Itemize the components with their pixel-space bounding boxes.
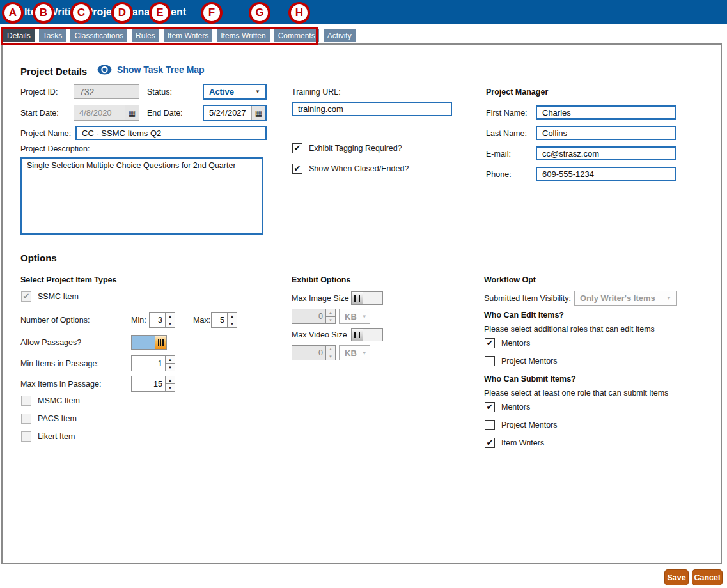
max-image-size-unit-dropdown: KB ▼: [339, 309, 370, 324]
edit-mentors-checkbox[interactable]: Mentors: [485, 338, 530, 348]
item-types-heading: Select Project Item Types: [20, 275, 117, 284]
checkbox-icon: [21, 396, 31, 406]
down-arrow-icon: ▼: [326, 317, 335, 324]
likert-item-checkbox: Likert Item: [21, 431, 75, 442]
stepper-arrows[interactable]: ▲▼: [165, 356, 175, 371]
phone-label: Phone:: [486, 170, 512, 179]
tab-comments[interactable]: Comments: [274, 29, 319, 42]
checkbox-icon: [21, 291, 31, 302]
max-items-stepper[interactable]: 15 ▲▼: [131, 376, 175, 392]
workflow-heading: Workflow Opt: [484, 275, 536, 284]
min-items-stepper[interactable]: 1 ▲▼: [131, 355, 175, 371]
project-name-field[interactable]: CC - SSMC Items Q2: [75, 126, 267, 140]
down-arrow-icon[interactable]: ▼: [166, 384, 175, 391]
allow-passages-label: Allow Passages?: [20, 338, 81, 347]
visibility-label: Submitted Item Visibility:: [484, 294, 571, 303]
max-image-size-toggle[interactable]: [351, 291, 383, 305]
up-arrow-icon[interactable]: ▲: [166, 376, 175, 384]
email-label: E-mail:: [486, 150, 511, 159]
up-arrow-icon[interactable]: ▲: [228, 313, 237, 320]
submit-project-mentors-label: Project Mentors: [501, 421, 558, 429]
title-bar: Item Writing Project Management: [0, 0, 727, 24]
status-dropdown[interactable]: Active ▼: [203, 84, 267, 100]
submit-project-mentors-checkbox[interactable]: Project Mentors: [485, 420, 558, 430]
tab-tasks[interactable]: Tasks: [39, 29, 66, 42]
tab-classifications[interactable]: Classifications: [70, 29, 127, 42]
edit-mentors-label: Mentors: [501, 339, 530, 348]
toggle-handle[interactable]: [352, 329, 363, 341]
max-video-size-toggle[interactable]: [351, 328, 383, 341]
down-arrow-icon[interactable]: ▼: [166, 364, 175, 371]
cancel-button[interactable]: Cancel: [692, 569, 723, 585]
max-video-size-unit: KB: [340, 348, 362, 358]
start-date-label: Start Date:: [20, 109, 59, 118]
stepper-arrows[interactable]: ▲▼: [165, 376, 175, 391]
annotation-badge-d: D: [111, 2, 133, 24]
checkbox-icon: [21, 431, 31, 442]
show-task-tree-map-link[interactable]: Show Task Tree Map: [97, 65, 205, 75]
allow-passages-toggle[interactable]: [131, 335, 167, 350]
annotation-badge-g: G: [249, 2, 270, 24]
end-date-field[interactable]: 5/24/2027 ▦: [203, 105, 267, 121]
toggle-handle[interactable]: [352, 292, 363, 304]
stepper-arrows[interactable]: ▲▼: [227, 313, 237, 327]
down-arrow-icon[interactable]: ▼: [228, 320, 237, 327]
project-description-field[interactable]: Single Selection Multiple Choice Questio…: [20, 157, 263, 235]
min-items-value: 1: [132, 356, 165, 371]
project-description-label: Project Description:: [20, 144, 90, 153]
visibility-dropdown: Only Writer's Items ▼: [574, 291, 677, 306]
end-date-label: End Date:: [147, 109, 183, 118]
training-url-label: Training URL:: [292, 88, 341, 97]
stepper-arrows[interactable]: ▲▼: [165, 313, 175, 327]
max-video-size-unit-dropdown: KB ▼: [339, 345, 370, 360]
ssmc-item-label: SSMC Item: [38, 292, 79, 301]
first-name-value: Charles: [542, 108, 571, 118]
down-arrow-icon[interactable]: ▼: [166, 320, 175, 327]
max-video-size-value: 0: [292, 346, 325, 360]
tab-strip: Details Tasks Classifications Rules Item…: [3, 29, 356, 42]
up-arrow-icon: ▲: [326, 309, 335, 317]
submit-hint: Please select at least one role that can…: [484, 389, 668, 398]
checkbox-icon: [485, 402, 495, 412]
project-id-value: 732: [79, 87, 94, 97]
start-date-field: 4/8/2020 ▦: [74, 105, 139, 121]
project-name-label: Project Name:: [20, 129, 71, 138]
project-manager-heading: Project Manager: [486, 88, 548, 97]
edit-project-mentors-checkbox[interactable]: Project Mentors: [485, 356, 558, 366]
exhibit-options-heading: Exhibit Options: [292, 275, 350, 284]
training-url-field[interactable]: training.com: [292, 102, 452, 116]
submit-mentors-checkbox[interactable]: Mentors: [485, 402, 530, 412]
min-items-label: Min Items in Passage:: [20, 359, 99, 368]
min-options-stepper[interactable]: 3 ▲▼: [149, 312, 175, 328]
tab-activity[interactable]: Activity: [324, 29, 356, 42]
last-name-field[interactable]: Collins: [536, 126, 676, 140]
calendar-icon[interactable]: ▦: [251, 106, 265, 120]
last-name-value: Collins: [542, 128, 567, 138]
phone-field[interactable]: 609-555-1234: [536, 167, 676, 181]
max-options-stepper[interactable]: 5 ▲▼: [211, 312, 237, 328]
first-name-field[interactable]: Charles: [536, 105, 676, 120]
app-window: Item Writing Project Management A B C D …: [0, 0, 727, 588]
max-image-size-label: Max Image Size: [292, 294, 349, 303]
number-of-options-label: Number of Options:: [20, 316, 90, 325]
up-arrow-icon[interactable]: ▲: [166, 313, 175, 320]
exhibit-tagging-checkbox[interactable]: Exhibit Tagging Required?: [292, 143, 402, 153]
email-field[interactable]: cc@strasz.com: [536, 146, 676, 160]
project-id-label: Project ID:: [20, 88, 58, 97]
submit-item-writers-checkbox[interactable]: Item Writers: [485, 438, 544, 448]
up-arrow-icon[interactable]: ▲: [166, 356, 175, 364]
checkbox-icon: [485, 420, 495, 430]
tab-items-written[interactable]: Items Written: [217, 29, 269, 42]
show-when-closed-checkbox[interactable]: Show When Closed/Ended?: [292, 164, 409, 174]
chevron-down-icon: ▼: [362, 350, 370, 356]
max-video-size-stepper: 0 ▲▼: [292, 345, 336, 360]
toggle-handle[interactable]: [155, 336, 166, 349]
tab-details[interactable]: Details: [3, 29, 35, 42]
annotation-badge-e: E: [149, 2, 171, 24]
save-button[interactable]: Save: [664, 569, 689, 585]
tab-item-writers[interactable]: Item Writers: [164, 29, 212, 42]
exhibit-tagging-label: Exhibit Tagging Required?: [309, 144, 402, 153]
pacs-item-checkbox: PACS Item: [21, 414, 77, 424]
max-items-value: 15: [132, 376, 165, 391]
tab-rules[interactable]: Rules: [132, 29, 159, 42]
